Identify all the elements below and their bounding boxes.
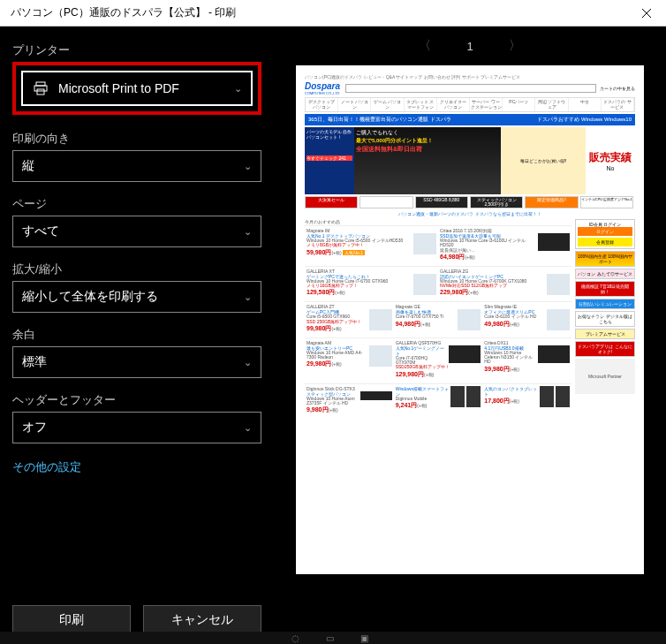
chevron-down-icon: ⌄ [244, 292, 252, 303]
product-image [369, 309, 392, 330]
taskbar-icon: ◌ [291, 633, 299, 643]
hero-sale: 販売実績 [589, 150, 632, 165]
product-card: Magnate AM 最も安いエントリーPC Windows 10 Home A… [305, 337, 394, 383]
pager: 〈 1 〉 [274, 27, 666, 65]
product-card: Magnate GE 画像を楽しむ快適 Core i7-6700 GTX750 … [394, 301, 483, 337]
cancel-button[interactable]: キャンセル [143, 605, 261, 635]
strip-ssd: SSD 480GB 8,880 [415, 196, 468, 208]
printer-label: プリンター [12, 42, 261, 58]
headerfooter-dropdown[interactable]: オフ ⌄ [12, 412, 261, 443]
margins-dropdown[interactable]: 標準 ⌄ [12, 346, 261, 378]
product-card: Magnate IM 人気No.1 デスクトップパソコン Windows 10 … [305, 225, 438, 265]
chevron-down-icon: ⌄ [244, 226, 252, 238]
close-button[interactable] [626, 0, 666, 27]
register-btn: 会員登録 [578, 238, 632, 246]
preview-logo: Dospara [305, 81, 340, 91]
rail-premium: プレミアムサービス [575, 329, 635, 339]
margins-label: 余白 [12, 327, 261, 343]
margins-value: 標準 [22, 354, 244, 370]
banner-right: ドスパラおすすめ Windows Windows10 [537, 116, 632, 124]
cat: デスクトップ パソコン [306, 98, 338, 111]
product-image [450, 386, 465, 407]
product-image [556, 386, 570, 407]
cat: ゲーム パソコン [371, 98, 404, 111]
orientation-dropdown[interactable]: 縦 ⌄ [12, 150, 261, 182]
pages-value: すべて [22, 224, 244, 239]
preview-top-links: パソコン(PC)通販のドスパラ レビュー・Q&A サイトマップ お問い合わせ 評… [305, 74, 520, 80]
svg-rect-2 [37, 89, 44, 95]
rail-app: ドスパラアプリは こんなにオトク! [575, 341, 635, 357]
strip-stick: スティックパソコン 2,500円引き [470, 196, 523, 208]
preview-products: 今月のおすすめ品 Magnate IM 人気No.1 デスクトップパソコン Wi… [305, 219, 571, 418]
pages-dropdown[interactable]: すべて ⌄ [12, 216, 261, 247]
printer-value: Microsoft Print to PDF [58, 81, 234, 95]
product-image [458, 309, 481, 330]
scale-dropdown[interactable]: 縮小して全体を印刷する ⌄ [12, 281, 261, 313]
preview-strip: 大決算セール SSD 480GB 8,880 スティックパソコン 2,500円引… [305, 196, 635, 208]
product-image [547, 274, 570, 295]
orientation-label: 印刷の向き [12, 131, 261, 147]
cat: ドスパラの サービス [602, 98, 634, 111]
hero-right-label: 毎日どこかがお買い得!! [520, 158, 567, 163]
svg-rect-0 [36, 82, 45, 86]
cat: 中古 [569, 98, 602, 111]
taskbar-icon: ▭ [326, 633, 334, 643]
product-image [360, 391, 392, 400]
next-page-button[interactable]: 〉 [500, 33, 530, 59]
hero-mid1: ご購入でもれなく [356, 129, 499, 137]
product-image [369, 345, 392, 367]
more-settings-link[interactable]: その他の設定 [12, 459, 261, 475]
rail-ms-partner: Microsoft Partner [575, 359, 635, 394]
svg-rect-1 [34, 86, 47, 91]
cat: タブレット スマートフォン [405, 98, 437, 111]
product-card: GALLERIA QSF570HG 人気No.1ゲーミングノート Core i7… [394, 337, 483, 383]
preview-hero: パーツの犬モデル 自作パソコンセット！ 今すぐチェック 241 ご購入でもれなく… [305, 127, 635, 194]
product-card: Critea DX11 4.1万円USB3.0搭載 Windows 10 Hom… [482, 337, 571, 383]
product-image [466, 386, 481, 407]
cat: サーバー ワークステーション [470, 98, 503, 111]
rail-pay: 分割払いシミュレーション [575, 299, 635, 309]
cat: クリエイター パソコン [437, 98, 470, 111]
rail-mitate: パソコン みたて◎サービス [575, 269, 635, 279]
hero-big-no: No [607, 165, 615, 171]
product-card: Diginnos Stick DG-STK3 スティック型パソコン Window… [305, 383, 394, 419]
headerfooter-value: オフ [22, 420, 244, 436]
hero-left-top: パーツの犬モデル 自作パソコンセット！ [307, 129, 352, 140]
strip-intel: インテルCPU 提携度アジアNo.1 [580, 196, 633, 208]
product-card: Windows搭載スマートフォン Diginnos Mobile 9,241円(… [394, 383, 483, 419]
printer-icon [32, 81, 49, 95]
page-number: 1 [466, 40, 473, 53]
chevron-down-icon: ⌄ [234, 83, 242, 95]
product-image [538, 345, 570, 363]
product-card: Critea 2016 7.15 20時到着 SSD追加で速度&大容量も可能 W… [438, 225, 571, 265]
product-card: GALLERIA ZT ゲームPC入門機 Core i5-6500 GTX960… [305, 301, 394, 337]
taskbar-hint: ◌ ▭ ▣ [0, 632, 666, 644]
cat: 周辺 ソフトウェア [535, 98, 568, 111]
printer-dropdown[interactable]: Microsoft Print to PDF ⌄ [21, 71, 253, 106]
print-button[interactable]: 印刷 [12, 605, 131, 635]
chevron-down-icon: ⌄ [244, 161, 252, 172]
preview-search [345, 84, 596, 93]
login-box: ID会員 ログイン ログイン 会員登録 [575, 219, 635, 249]
preview-logo-sub: COMPUTER CO.,LTD [305, 91, 340, 95]
strip-last: 限定特価商品!! [525, 196, 578, 208]
window-title: パソコン（PC）通販のドスパラ【公式】 - 印刷 [11, 5, 236, 20]
print-settings-sidebar: プリンター Microsoft Print to PDF ⌄ 印刷の向き 縦 ⌄… [0, 27, 274, 644]
strip-sale: 大決算セール [305, 196, 358, 208]
headerfooter-label: ヘッダーとフッター [12, 392, 261, 408]
pages-label: ページ [12, 196, 261, 212]
hero-mid2: 最大で5,000円分ポイント進呈！ [356, 137, 499, 145]
preview-category-row: デスクトップ パソコン ノート パソコン ゲーム パソコン タブレット スマート… [305, 97, 635, 112]
prev-page-button[interactable]: 〈 [410, 33, 440, 59]
hero-left-bottom: 今すぐチェック 241 [307, 155, 352, 161]
product-image [547, 309, 570, 330]
section-title: 今月のおすすめ品 [305, 219, 571, 224]
product-card: Slim Magnate IE オフィスに最適スリムPC Core i3-610… [482, 301, 571, 337]
scale-value: 縮小して全体を印刷する [22, 289, 244, 305]
preview-cart-link: カートの中を見る [600, 86, 635, 91]
preview-blue-banner: 365日、毎日出荷！！機種豊富出荷のパソコン通販 ドスパラ ドスパラおすすめ W… [305, 114, 635, 125]
banner-left: 365日、毎日出荷！！機種豊富出荷のパソコン通販 ドスパラ [308, 116, 451, 124]
preview-pane: 〈 1 〉 パソコン(PC)通販のドスパラ レビュー・Q&A サイトマップ お問… [274, 27, 666, 644]
product-image [413, 233, 436, 254]
scale-label: 拡大/縮小 [12, 261, 261, 277]
